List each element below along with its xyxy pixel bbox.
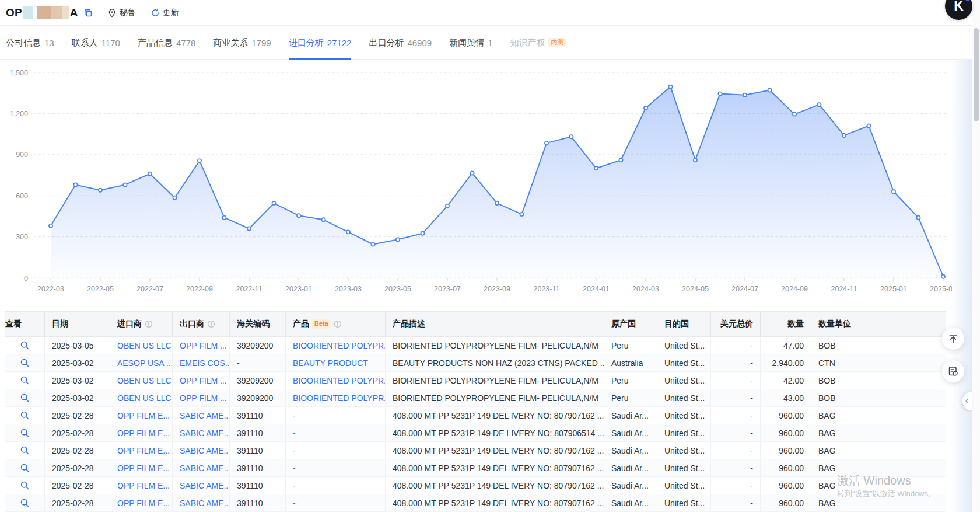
view-detail-button[interactable] (20, 375, 30, 385)
tab-export-analysis[interactable]: 出口分析46909 (369, 26, 432, 59)
copy-icon (83, 8, 93, 18)
view-detail-button[interactable] (20, 393, 30, 403)
scrollbar-thumb[interactable] (974, 28, 979, 121)
view-cell (5, 442, 45, 459)
exporter-link[interactable]: SABIC AME... (180, 464, 230, 473)
product-link[interactable]: BIOORIENTED POLYPR... (293, 376, 386, 385)
tab-count: 4778 (176, 38, 195, 48)
view-cell (5, 424, 45, 442)
view-detail-button[interactable] (20, 410, 30, 420)
exporter-cell: OPP FILM ... (173, 372, 230, 389)
location-button[interactable]: 秘鲁 (107, 8, 136, 18)
copy-button[interactable] (83, 8, 93, 18)
col-hs_code: 海关编码 (230, 312, 286, 337)
avatar[interactable]: K (945, 0, 972, 20)
tab-news-sentiment[interactable]: 新闻舆情1 (449, 26, 492, 59)
filler-cell (862, 459, 947, 477)
importer-cell: OBEN US LLC (110, 337, 173, 354)
chevron-left-icon (964, 398, 971, 405)
product-link[interactable]: - (293, 429, 296, 438)
view-detail-button[interactable] (20, 463, 30, 473)
product-link[interactable]: BIOORIENTED POLYPR... (293, 341, 386, 350)
exporter-link[interactable]: SABIC AME... (180, 499, 230, 508)
col-label: 产品 (293, 319, 309, 329)
tab-contacts[interactable]: 联系人1170 (72, 26, 120, 59)
importer-link[interactable]: OPP FILM E... (117, 411, 170, 420)
unit-cell: BOB (811, 337, 862, 354)
importer-link[interactable]: OBEN US LLC (117, 341, 172, 350)
exporter-link[interactable]: EMEIS COS... (180, 358, 230, 368)
product-link[interactable]: - (293, 499, 296, 508)
col-usd_total: 美元总价 (711, 312, 761, 337)
view-detail-button[interactable] (20, 428, 30, 438)
back-to-top-button[interactable] (942, 328, 964, 350)
col-exporter: 出口商 (173, 312, 230, 337)
svg-text:2025-01: 2025-01 (880, 285, 907, 293)
tab-intellectual-property[interactable]: 知识产权内测 (510, 26, 566, 59)
tab-product-info[interactable]: 产品信息4778 (138, 26, 195, 59)
exporter-link[interactable]: SABIC AME... (180, 481, 230, 490)
tab-import-analysis[interactable]: 进口分析27122 (289, 26, 352, 59)
svg-text:2025-03: 2025-03 (930, 285, 952, 293)
tab-business-relations[interactable]: 商业关系1799 (213, 26, 271, 59)
refresh-icon (150, 8, 160, 18)
svg-text:2022-05: 2022-05 (87, 285, 114, 293)
origin-cell: Peru (604, 389, 657, 407)
exporter-link[interactable]: SABIC AME... (180, 429, 230, 438)
search-icon (20, 340, 30, 350)
col-label: 目的国 (664, 319, 689, 329)
importer-link[interactable]: AESOP USA ... (117, 358, 173, 368)
view-detail-button[interactable] (20, 445, 30, 455)
product-cell: BIOORIENTED POLYPR... (286, 337, 386, 354)
search-icon (20, 480, 30, 490)
quantity-cell: 960.00 (761, 424, 811, 442)
divider (100, 9, 100, 17)
view-detail-button[interactable] (20, 498, 30, 508)
product-link[interactable]: - (293, 481, 296, 490)
importer-link[interactable]: OPP FILM E... (117, 446, 170, 455)
table-row: 2025-02-28OPP FILM E...SABIC AME...39111… (5, 459, 947, 477)
svg-text:2023-01: 2023-01 (285, 285, 312, 293)
svg-text:2024-11: 2024-11 (831, 285, 858, 293)
importer-link[interactable]: OPP FILM E... (117, 429, 170, 438)
feedback-button[interactable] (942, 360, 964, 382)
redaction-block (33, 6, 37, 19)
tab-count: 1170 (102, 38, 120, 48)
col-filler (862, 312, 947, 337)
exporter-link[interactable]: OPP FILM ... (180, 341, 227, 350)
importer-link[interactable]: OBEN US LLC (117, 376, 172, 385)
importer-link[interactable]: OBEN US LLC (117, 393, 172, 403)
view-detail-button[interactable] (20, 340, 30, 350)
filler-cell (862, 337, 947, 354)
info-icon-wrap[interactable] (334, 320, 342, 328)
importer-link[interactable]: OPP FILM E... (117, 464, 170, 473)
importer-cell: OBEN US LLC (110, 389, 173, 407)
importer-link[interactable]: OPP FILM E... (117, 481, 170, 490)
importer-link[interactable]: OPP FILM E... (117, 499, 170, 508)
product-link[interactable]: - (293, 446, 296, 455)
product-link[interactable]: - (293, 464, 296, 473)
importer-cell: OPP FILM E... (110, 477, 173, 494)
info-icon-wrap[interactable] (207, 320, 215, 328)
col-label: 美元总价 (720, 319, 753, 329)
view-detail-button[interactable] (20, 358, 30, 368)
filler-cell (862, 424, 947, 442)
product-link[interactable]: BEAUTY PRODUCT (293, 358, 368, 368)
tab-company-info[interactable]: 公司信息13 (6, 26, 54, 59)
usd_total-cell: - (711, 372, 761, 389)
view-detail-button[interactable] (20, 480, 30, 490)
info-icon-wrap[interactable] (145, 320, 153, 328)
exporter-link[interactable]: SABIC AME... (180, 411, 230, 420)
exporter-link[interactable]: OPP FILM ... (180, 393, 227, 403)
product-link[interactable]: - (293, 411, 296, 420)
date-cell: 2025-03-02 (45, 354, 110, 372)
exporter-link[interactable]: OPP FILM ... (180, 376, 227, 385)
date-cell: 2025-02-28 (45, 442, 110, 459)
view-cell (5, 372, 45, 389)
svg-text:2024-01: 2024-01 (583, 285, 610, 293)
description-cell: BIORIENTED POLYPROPYLENE FILM- PELICULA,… (386, 337, 604, 354)
refresh-button[interactable]: 更新 (150, 8, 179, 18)
exporter-link[interactable]: SABIC AME... (180, 446, 230, 455)
date-cell: 2025-02-28 (45, 424, 110, 442)
product-link[interactable]: BIOORIENTED POLYPR... (293, 393, 386, 403)
